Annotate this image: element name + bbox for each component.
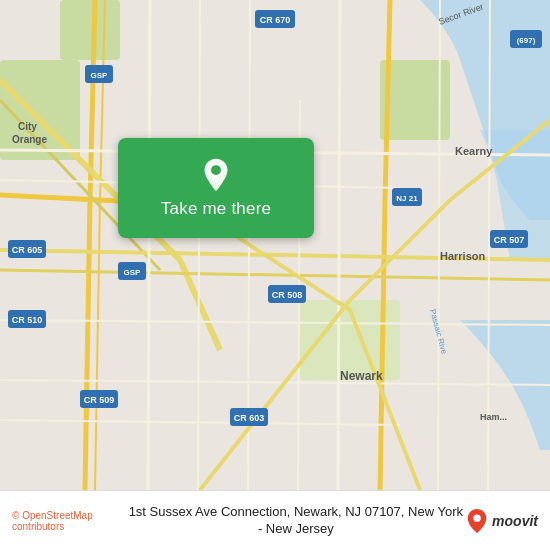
moovit-pin-icon	[466, 508, 488, 534]
svg-text:Orange: Orange	[12, 134, 47, 145]
moovit-text: moovit	[492, 513, 538, 529]
svg-text:Newark: Newark	[340, 369, 383, 383]
map-svg: CR 670 GSP GSP NJ 21 CR 605 CR 508 CR 50…	[0, 0, 550, 490]
map-pin-icon	[198, 157, 234, 193]
svg-text:CR 508: CR 508	[272, 290, 303, 300]
svg-text:Kearny: Kearny	[455, 145, 493, 157]
svg-rect-2	[60, 0, 120, 60]
svg-text:(697): (697)	[517, 36, 536, 45]
svg-text:CR 670: CR 670	[260, 15, 291, 25]
svg-text:CR 603: CR 603	[234, 413, 265, 423]
svg-text:CR 510: CR 510	[12, 315, 43, 325]
svg-text:Ham...: Ham...	[480, 412, 507, 422]
map-container: CR 670 GSP GSP NJ 21 CR 605 CR 508 CR 50…	[0, 0, 550, 490]
svg-text:GSP: GSP	[91, 71, 109, 80]
svg-text:CR 509: CR 509	[84, 395, 115, 405]
svg-text:GSP: GSP	[124, 268, 142, 277]
svg-text:Harrison: Harrison	[440, 250, 486, 262]
info-bar: © OpenStreetMap contributors 1st Sussex …	[0, 490, 550, 550]
svg-text:City: City	[18, 121, 37, 132]
moovit-logo: moovit	[466, 508, 538, 534]
take-me-there-button[interactable]: Take me there	[118, 138, 314, 238]
svg-point-41	[473, 514, 480, 521]
osm-link[interactable]: © OpenStreetMap contributors	[12, 510, 93, 532]
osm-credit: © OpenStreetMap contributors	[12, 510, 126, 532]
svg-text:NJ 21: NJ 21	[396, 194, 418, 203]
svg-text:CR 507: CR 507	[494, 235, 525, 245]
svg-text:CR 605: CR 605	[12, 245, 43, 255]
address-text: 1st Sussex Ave Connection, Newark, NJ 07…	[126, 504, 467, 538]
button-label: Take me there	[161, 199, 271, 219]
svg-point-40	[211, 165, 221, 175]
